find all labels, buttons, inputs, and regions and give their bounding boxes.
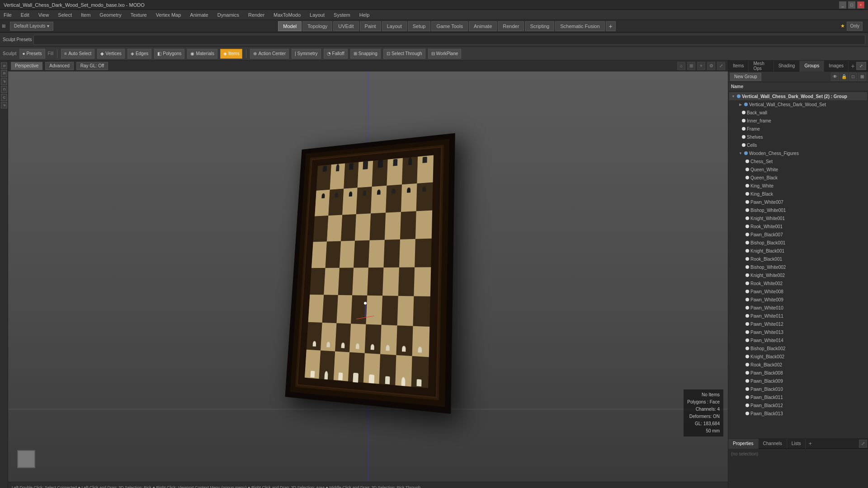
menu-view[interactable]: View [37,12,51,18]
menu-render[interactable]: Render [246,12,266,18]
tree-item-v4[interactable]: Frame [729,125,867,133]
action-center-button[interactable]: ⊕ Action Center [250,49,289,59]
prop-tab-properties[interactable]: Properties [728,439,759,449]
prop-tab-channels[interactable]: Channels [759,439,787,449]
tree-item-v27[interactable]: Pawn_White011 [729,312,867,320]
groups-tree-panel[interactable]: ▼ Vertical_Wall_Chess_Dark_Wood_Set (2) … [728,91,868,438]
tree-item-v14[interactable]: Bishop_White001 [729,206,867,214]
viewport-raygl[interactable]: Ray GL: Off [76,62,108,70]
left-tab-fusion[interactable]: F [1,102,7,109]
tree-item-v25[interactable]: Pawn_White009 [729,296,867,304]
tree-item-v21[interactable]: Bishop_White002 [729,263,867,271]
viewport-settings-button[interactable]: ⚙ [707,62,715,70]
edges-button[interactable]: ◈ Edges [127,49,151,59]
close-button[interactable]: × [857,1,864,9]
tree-item-v17[interactable]: Pawn_Black007 [729,230,867,239]
tree-item-v24[interactable]: Pawn_White008 [729,287,867,296]
prop-tab-add-button[interactable]: + [806,440,815,447]
maximize-button[interactable]: □ [848,1,855,9]
menu-item[interactable]: Item [79,12,92,18]
tab-topology[interactable]: Topology [302,21,332,31]
snapping-button[interactable]: ⊞ Snapping [350,49,381,59]
menu-geometry[interactable]: Geometry [98,12,123,18]
tree-item-v35[interactable]: Pawn_Black009 [729,377,867,385]
tree-item-v6[interactable]: Cells [729,141,867,149]
workplane-button[interactable]: ⊟ WorkPlane [428,49,462,59]
left-tab-edges[interactable]: E [1,70,7,77]
tree-item-v31[interactable]: Bishop_Black002 [729,344,867,352]
tree-item-v10[interactable]: Queen_Black [729,174,867,182]
menu-texture[interactable]: Texture [129,12,149,18]
select-through-button[interactable]: ⊡ Select Through [383,49,425,59]
rpanel-tab-meshops[interactable]: Mesh Ops [749,61,774,71]
rpanel-tab-items[interactable]: Items [728,61,749,71]
tree-item-v26[interactable]: Pawn_White010 [729,304,867,312]
lock-icon-button[interactable]: 🔒 [840,73,848,81]
menu-select[interactable]: Select [56,12,74,18]
tree-item-v28[interactable]: Pawn_White012 [729,320,867,328]
rpanel-tab-groups[interactable]: Groups [800,61,824,71]
tree-item-v33[interactable]: Rook_Black002 [729,361,867,369]
tree-item-v1[interactable]: ▶ Vertical_Wall_Chess_Dark_Wood_Set [729,100,867,108]
tab-layout[interactable]: Layout [382,21,407,31]
tree-item-v5[interactable]: Shelves [729,133,867,141]
rpanel-tab-images[interactable]: Images [824,61,849,71]
viewport-tab-perspective[interactable]: Perspective [11,62,42,70]
tab-gametools[interactable]: Game Tools [431,21,468,31]
presets-button[interactable]: ● Presets [19,49,45,59]
prop-tab-lists[interactable]: Lists [787,439,806,449]
tree-item-v29[interactable]: Pawn_White013 [729,328,867,336]
tree-item-v8[interactable]: Chess_Set [729,157,867,165]
viewport-home-button[interactable]: ⌂ [677,62,685,70]
tree-item-v11[interactable]: King_White [729,182,867,190]
viewport-zoom-in-button[interactable]: + [697,62,705,70]
default-layouts-button[interactable]: Default Layouts ▾ [10,22,53,31]
tree-item-v12[interactable]: King_Black [729,190,867,198]
symmetry-button[interactable]: | Symmetry [292,49,321,59]
tree-item-v19[interactable]: Knight_Black001 [729,247,867,255]
menu-help[interactable]: Help [358,12,372,18]
tab-animate[interactable]: Animate [469,21,497,31]
menu-vertexmap[interactable]: Vertex Map [154,12,183,18]
tree-item-v13[interactable]: Pawn_White007 [729,198,867,206]
left-tab-uv[interactable]: U [1,94,7,101]
viewport-maximize-button[interactable]: ⤢ [717,62,725,70]
menu-layout[interactable]: Layout [308,12,326,18]
left-tab-sculpt[interactable]: S [1,62,7,69]
minimize-button[interactable]: _ [839,1,846,9]
properties-maximize-button[interactable]: ⤢ [859,440,867,448]
tree-item-v7[interactable]: ▼ Wooden_Chess_Figures [729,149,867,157]
tab-setup[interactable]: Setup [408,21,431,31]
materials-button[interactable]: ◉ Materials [187,49,217,59]
menu-dynamics[interactable]: Dynamics [216,12,241,18]
tree-item-v22[interactable]: Knight_White002 [729,271,867,279]
menu-system[interactable]: System [332,12,352,18]
expand-icon-button[interactable]: ⊞ [858,73,866,81]
left-tab-polygons[interactable]: P [1,78,7,85]
tree-item-v38[interactable]: Pawn_Black012 [729,401,867,409]
tree-item-v3[interactable]: Inner_frame [729,117,867,125]
tab-model[interactable]: Model [278,21,302,31]
polygons-button[interactable]: ◧ Polygons [154,49,184,59]
tree-item-v39[interactable]: Pawn_Black013 [729,409,867,418]
new-group-button[interactable]: New Group [730,73,761,81]
tree-item-v2[interactable]: Back_wall [729,108,867,117]
maximize-panel-button[interactable]: ⤢ [856,62,866,70]
tree-item-v9[interactable]: Queen_White [729,165,867,174]
add-tab-button[interactable]: + [606,21,616,31]
tree-item-v36[interactable]: Pawn_Black010 [729,385,867,393]
rpanel-tab-shading[interactable]: Shading [774,61,800,71]
menu-animate[interactable]: Animate [188,12,210,18]
menu-edit[interactable]: Edit [19,12,31,18]
viewport-fit-button[interactable]: ⊞ [687,62,695,70]
menu-maxtoModo[interactable]: MaxToModo [272,12,302,18]
viewport-canvas[interactable]: No Items Polygons : Face Channels: 4 Def… [8,71,728,482]
render-icon-button[interactable]: □ [849,73,857,81]
only-button[interactable]: Only [847,22,863,31]
tree-item-v34[interactable]: Pawn_Black008 [729,369,867,377]
vertices-button[interactable]: ◆ Vertices [97,49,125,59]
viewport-tab-advanced[interactable]: Advanced [45,62,73,70]
tab-scripting[interactable]: Scripting [525,21,554,31]
falloff-button[interactable]: ◔ Falloff [324,49,348,59]
tree-item-v23[interactable]: Rook_White002 [729,279,867,287]
